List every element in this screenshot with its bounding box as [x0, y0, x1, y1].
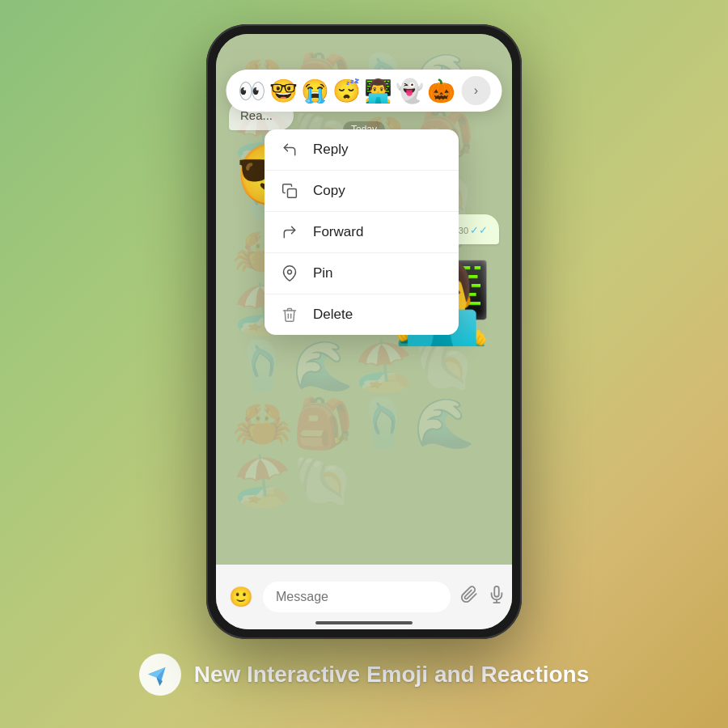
svg-point-1: [288, 270, 292, 274]
forward-label: Forward: [313, 224, 363, 240]
delete-icon: [281, 306, 298, 324]
emoji-sleep[interactable]: 😴: [332, 78, 361, 104]
phone-container: 🦀🎒🩴🌊🏖️🐚🦀🎒🩴🌊🏖️🐚🦀🎒🩴🌊🏖️🐚🦀🎒🩴🌊🏖️🐚🦀🎒🩴🌊🏖️🐚 👀 🤓 …: [206, 24, 522, 639]
message-input[interactable]: [263, 582, 451, 612]
emoji-more-button[interactable]: ›: [462, 76, 491, 105]
reply-icon: [281, 141, 298, 159]
bottom-section: New Interactive Emoji and Reactions: [107, 654, 622, 696]
delete-label: Delete: [313, 307, 353, 323]
copy-label: Copy: [313, 183, 345, 199]
emoji-cry[interactable]: 😭: [301, 78, 329, 104]
menu-item-pin[interactable]: Pin: [265, 253, 459, 294]
emoji-eyes[interactable]: 👀: [238, 78, 266, 104]
svg-rect-0: [288, 189, 297, 198]
emoji-nerd[interactable]: 🤓: [269, 78, 298, 104]
context-menu[interactable]: Reply Copy Forward: [265, 129, 459, 335]
mic-button[interactable]: [488, 586, 506, 608]
copy-icon: [281, 182, 298, 200]
emoji-laptop-person[interactable]: 👨‍💻: [364, 78, 392, 104]
menu-item-reply[interactable]: Reply: [265, 129, 459, 171]
reply-label: Reply: [313, 142, 348, 158]
menu-item-forward[interactable]: Forward: [265, 212, 459, 253]
emoji-button[interactable]: 🙂: [229, 586, 253, 608]
forward-icon: [281, 223, 298, 241]
emoji-ghost[interactable]: 👻: [396, 78, 424, 104]
attach-button[interactable]: [460, 586, 478, 608]
home-indicator: [315, 621, 413, 624]
chevron-down-icon: ›: [474, 83, 478, 98]
emoji-pumpkin[interactable]: 🎃: [427, 78, 455, 104]
pin-icon: [281, 265, 298, 282]
telegram-logo: [139, 654, 181, 696]
double-check-icon: ✓✓: [470, 224, 488, 236]
bottom-label: New Interactive Emoji and Reactions: [194, 661, 590, 688]
emoji-reaction-bar[interactable]: 👀 🤓 😭 😴 👨‍💻 👻 🎃 ›: [226, 70, 502, 112]
menu-item-delete[interactable]: Delete: [265, 294, 459, 335]
phone-screen: 🦀🎒🩴🌊🏖️🐚🦀🎒🩴🌊🏖️🐚🦀🎒🩴🌊🏖️🐚🦀🎒🩴🌊🏖️🐚🦀🎒🩴🌊🏖️🐚 👀 🤓 …: [216, 34, 512, 629]
input-bar: 🙂: [216, 565, 512, 629]
menu-item-copy[interactable]: Copy: [265, 171, 459, 212]
pin-label: Pin: [313, 265, 333, 281]
